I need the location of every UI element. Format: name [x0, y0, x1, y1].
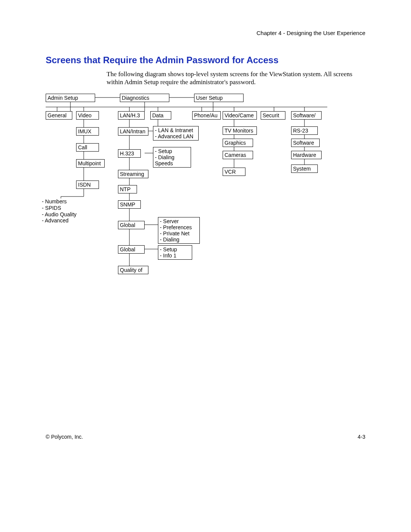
node-quality: Quality of [118, 266, 148, 274]
page-header: Chapter 4 - Designing the User Experienc… [256, 30, 365, 36]
node-cameras: Cameras [223, 151, 253, 159]
node-call: Call [76, 143, 99, 152]
node-streaming: Streaming [118, 170, 148, 178]
node-ntp: NTP [118, 185, 137, 193]
node-global-1: Global [118, 221, 145, 229]
node-data: Data [150, 111, 171, 120]
node-general: General [46, 111, 72, 120]
node-h323: H.323 [118, 149, 141, 158]
node-rs23: RS-23 [291, 126, 318, 135]
diagram: Admin Setup Diagnostics User Setup Gener… [46, 94, 369, 292]
footer-copyright: © Polycom, Inc. [46, 434, 83, 440]
node-isdn: ISDN [76, 181, 99, 189]
node-vcr: VCR [223, 168, 245, 176]
block-lan-advanced: - LAN & Intranet - Advanced LAN [153, 126, 199, 141]
block-setup-dialing: - Setup - Dialing Speeds [153, 147, 191, 168]
block-global1-side: - Server - Preferences - Private Net - D… [158, 217, 200, 244]
section-body: The following diagram shows top-level sy… [107, 70, 365, 86]
node-user-setup: User Setup [194, 94, 244, 102]
node-tv-monitors: TV Monitors [223, 126, 257, 135]
node-video: Video [76, 111, 99, 120]
diagram-lines [46, 94, 369, 292]
node-lan-h3: LAN/H.3 [118, 111, 145, 120]
page-footer: © Polycom, Inc. 4-3 [46, 434, 365, 440]
node-diagnostics: Diagnostics [120, 94, 169, 102]
node-global-2: Global [118, 245, 145, 254]
node-lan-intranet: LAN/Intran [118, 127, 148, 136]
node-phone-au: Phone/Au [192, 111, 221, 120]
node-system: System [291, 165, 318, 173]
isdn-bullets: - Numbers - SPIDS - Audio Quality - Adva… [42, 198, 76, 224]
node-video-camera: Video/Came [223, 111, 257, 120]
node-security: Securit [261, 111, 285, 120]
node-admin-setup: Admin Setup [46, 94, 95, 102]
node-software-2: Software [291, 139, 320, 147]
block-global2-side: - Setup - Info 1 [158, 245, 192, 260]
footer-page-number: 4-3 [358, 434, 365, 440]
node-graphics: Graphics [223, 139, 253, 147]
node-imux: IMUX [76, 127, 99, 136]
node-hardware: Hardware [291, 151, 322, 159]
page: Chapter 4 - Designing the User Experienc… [0, 0, 411, 532]
section-title: Screens that Require the Admin Password … [46, 55, 279, 66]
node-multipoint: Multipoint [76, 159, 105, 168]
node-snmp: SNMP [118, 200, 141, 209]
node-software: Software/ [291, 111, 322, 120]
